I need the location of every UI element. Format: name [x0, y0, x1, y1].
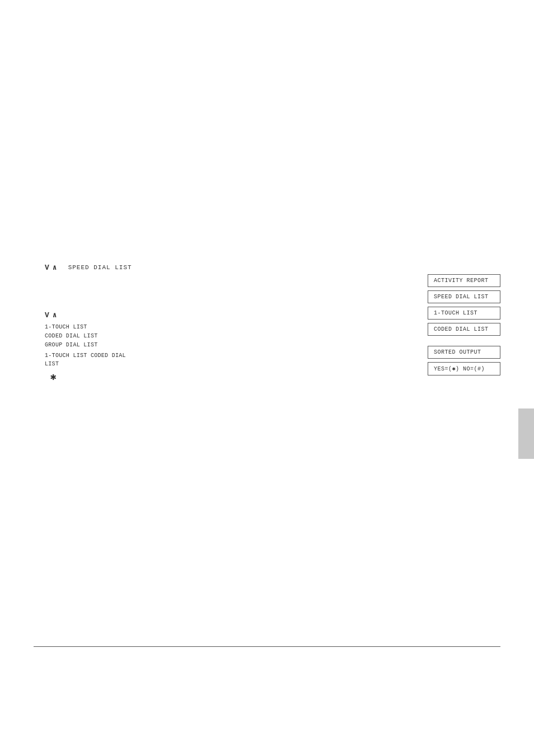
arrow-up-second[interactable]: ∧: [53, 311, 57, 320]
speed-dial-section: V ∧ SPEED DIAL LIST: [45, 263, 132, 289]
arrow-group-speed-dial: V ∧: [45, 263, 57, 272]
asterisk-symbol: ✱: [50, 370, 126, 383]
second-section: V ∧ 1-TOUCH LIST CODED DIAL LIST GROUP D…: [45, 311, 98, 350]
arrow-group-second: V ∧: [45, 311, 98, 320]
sorted-output-button[interactable]: SORTED OUTPUT: [428, 346, 500, 359]
sub-list-item-1[interactable]: 1-TOUCH LIST: [45, 323, 98, 332]
selection-row: 1-TOUCH LIST CODED DIAL: [45, 353, 126, 359]
bottom-divider: [34, 646, 500, 647]
page-container: V ∧ SPEED DIAL LIST V ∧ 1-TOUCH LIST COD…: [0, 0, 534, 756]
speed-dial-row: V ∧ SPEED DIAL LIST: [45, 263, 132, 272]
arrow-down-second[interactable]: V: [45, 311, 49, 320]
list-label: LIST: [45, 361, 126, 367]
third-section: 1-TOUCH LIST CODED DIAL LIST ✱: [45, 353, 126, 383]
activity-report-button[interactable]: ACTIVITY REPORT: [428, 274, 500, 287]
sub-list-item-2[interactable]: CODED DIAL LIST: [45, 332, 98, 341]
arrow-up-speed-dial[interactable]: ∧: [53, 263, 57, 272]
right-menu-buttons: ACTIVITY REPORT SPEED DIAL LIST 1-TOUCH …: [428, 274, 500, 336]
sub-list: 1-TOUCH LIST CODED DIAL LIST GROUP DIAL …: [45, 323, 98, 350]
speed-dial-list-button[interactable]: SPEED DIAL LIST: [428, 290, 500, 303]
side-tab: [518, 408, 534, 459]
one-touch-list-button[interactable]: 1-TOUCH LIST: [428, 307, 500, 320]
sub-list-item-3[interactable]: GROUP DIAL LIST: [45, 341, 98, 350]
selection-items-text: 1-TOUCH LIST CODED DIAL: [45, 353, 126, 359]
bottom-right-buttons: SORTED OUTPUT YES=(✱) NO=(#): [428, 346, 500, 375]
arrow-down-speed-dial[interactable]: V: [45, 264, 49, 272]
coded-dial-list-button[interactable]: CODED DIAL LIST: [428, 323, 500, 336]
speed-dial-label: SPEED DIAL LIST: [68, 264, 132, 271]
yes-no-button[interactable]: YES=(✱) NO=(#): [428, 362, 500, 375]
